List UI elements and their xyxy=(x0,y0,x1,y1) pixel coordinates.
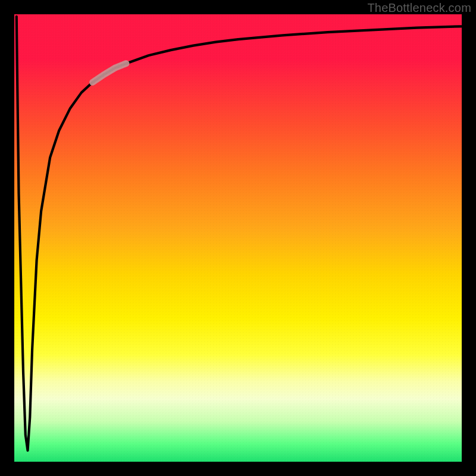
watermark-text: TheBottleneck.com xyxy=(367,1,471,15)
chart-container: TheBottleneck.com xyxy=(0,0,476,476)
highlight-segment xyxy=(93,64,126,83)
curve-layer xyxy=(14,14,462,462)
bottleneck-curve xyxy=(17,17,462,450)
plot-area xyxy=(14,14,462,462)
